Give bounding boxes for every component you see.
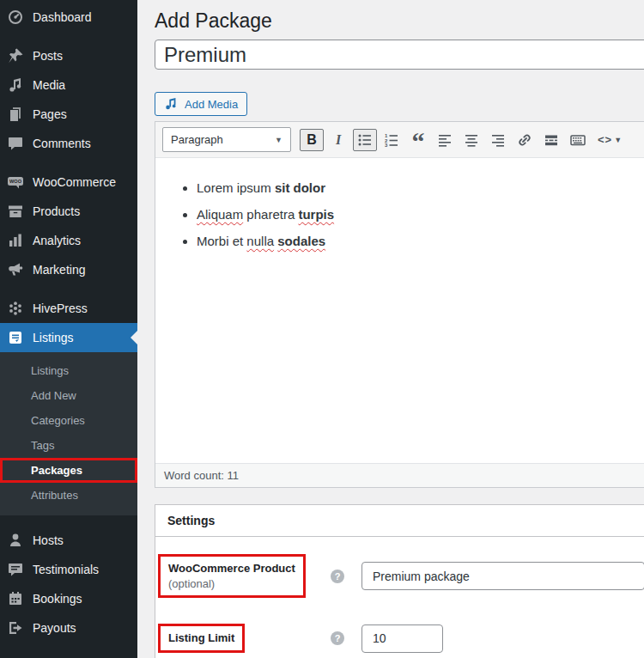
- classic-editor: Paragraph ▼ B I 123: [155, 121, 644, 488]
- help-icon[interactable]: [331, 570, 344, 583]
- megaphone-icon: [7, 261, 24, 278]
- chevron-down-icon: ▼: [614, 136, 622, 144]
- italic-button[interactable]: I: [326, 129, 350, 151]
- field-label: WooCommerce Product: [168, 561, 295, 576]
- woocommerce-product-row: WooCommerce Product (optional): [167, 554, 644, 598]
- field-label: Listing Limit: [168, 631, 234, 646]
- pages-icon: [7, 106, 24, 123]
- bulleted-list-button[interactable]: [353, 129, 377, 151]
- page-title: Add Package: [155, 0, 644, 34]
- settings-title: Settings: [167, 514, 215, 527]
- text-segment: Lorem ipsum: [197, 180, 275, 195]
- text-segment-bold: sit dolor: [275, 180, 325, 195]
- sidebar-item-marketing[interactable]: Marketing: [0, 255, 137, 284]
- sidebar-item-products[interactable]: Products: [0, 197, 137, 226]
- read-more-tag-button[interactable]: [539, 129, 563, 151]
- sidebar-item-hivepress[interactable]: HivePress: [0, 294, 137, 323]
- pushpin-icon: [7, 47, 24, 64]
- annotation-box-listing-limit: Listing Limit: [158, 624, 245, 653]
- text-segment-bold-misspelled: sodales: [277, 234, 325, 248]
- sidebar-item-label: HivePress: [33, 302, 88, 315]
- submenu-item-listings[interactable]: Listings: [0, 358, 137, 383]
- sidebar-item-label: Marketing: [33, 263, 85, 277]
- calendar-icon: [7, 590, 24, 607]
- submenu-item-add-new[interactable]: Add New: [0, 383, 137, 408]
- numbered-list-button[interactable]: 123: [380, 129, 404, 151]
- woocommerce-icon: WOO: [7, 174, 24, 191]
- align-center-icon: [463, 131, 480, 149]
- sidebar-item-label: Media: [33, 78, 65, 92]
- listings-icon: [7, 329, 24, 346]
- field-label-column: WooCommerce Product (optional): [167, 554, 331, 598]
- align-left-button[interactable]: [433, 129, 457, 151]
- submenu-item-tags[interactable]: Tags: [0, 433, 137, 458]
- align-center-button[interactable]: [459, 129, 483, 151]
- sidebar-item-listings[interactable]: Listings: [0, 323, 137, 352]
- sidebar-item-testimonials[interactable]: Testimonials: [0, 555, 137, 584]
- listing-limit-row: Listing Limit: [167, 624, 644, 653]
- field-label-column: Listing Limit: [167, 624, 331, 653]
- annotation-box-woocommerce-product: WooCommerce Product (optional): [158, 554, 306, 598]
- sidebar-item-bookings[interactable]: Bookings: [0, 584, 137, 613]
- numbered-list-icon: 123: [383, 131, 400, 149]
- submenu-item-attributes[interactable]: Attributes: [0, 483, 137, 508]
- sidebar-item-label: Products: [33, 204, 80, 218]
- sidebar-item-label: Analytics: [33, 234, 81, 247]
- sidebar-item-posts[interactable]: Posts: [0, 41, 137, 70]
- sidebar-item-label: Posts: [33, 49, 63, 63]
- list-item: Lorem ipsum sit dolor: [197, 180, 644, 195]
- svg-text:WOO: WOO: [9, 179, 22, 184]
- bold-button[interactable]: B: [300, 129, 324, 151]
- listing-limit-input[interactable]: [361, 624, 443, 653]
- text-segment-misspelled: nulla: [246, 234, 274, 248]
- package-title-input[interactable]: [155, 40, 644, 70]
- paragraph-format-dropdown[interactable]: Paragraph ▼: [162, 127, 291, 152]
- italic-icon: I: [336, 132, 341, 148]
- insert-link-button[interactable]: [513, 129, 537, 151]
- sidebar-item-label: Payouts: [33, 621, 76, 635]
- bulleted-list-icon: [356, 131, 374, 149]
- admin-sidebar: Dashboard Posts Media Pages Comments: [0, 0, 137, 658]
- sidebar-item-payouts[interactable]: Payouts: [0, 613, 137, 643]
- chat-icon: [7, 561, 24, 578]
- sidebar-item-label: WooCommerce: [33, 175, 116, 189]
- dashboard-icon: [7, 9, 24, 26]
- code-icon: <>: [598, 133, 612, 146]
- keyboard-shortcuts-button[interactable]: [566, 129, 590, 151]
- add-media-icon: [164, 97, 179, 111]
- settings-metabox-header[interactable]: Settings: [155, 505, 644, 537]
- align-right-button[interactable]: [486, 129, 510, 151]
- add-media-button[interactable]: Add Media: [155, 92, 247, 116]
- sidebar-item-media[interactable]: Media: [0, 70, 137, 100]
- sidebar-item-label: Comments: [33, 137, 91, 150]
- sidebar-item-dashboard[interactable]: Dashboard: [0, 3, 137, 32]
- editor-toolbar: Paragraph ▼ B I 123: [155, 122, 644, 158]
- archive-box-icon: [7, 203, 24, 220]
- submenu-item-packages[interactable]: Packages: [0, 458, 137, 483]
- person-icon: [7, 532, 24, 549]
- bar-chart-icon: [7, 232, 24, 249]
- help-icon[interactable]: [331, 631, 344, 645]
- text-segment-bold-misspelled: turpis: [298, 207, 334, 222]
- code-dropdown-button[interactable]: <> ▼: [592, 129, 627, 151]
- link-icon: [516, 131, 533, 149]
- sidebar-item-analytics[interactable]: Analytics: [0, 226, 137, 255]
- read-more-tag-icon: [543, 131, 560, 149]
- sidebar-item-label: Testimonials: [33, 563, 99, 576]
- blockquote-button[interactable]: [406, 129, 430, 151]
- woocommerce-product-input[interactable]: [361, 562, 644, 590]
- sidebar-item-label: Bookings: [33, 592, 82, 606]
- sidebar-item-label: Listings: [33, 331, 73, 344]
- blockquote-icon: [412, 131, 425, 148]
- editor-content-area[interactable]: Lorem ipsum sit dolor Aliquam pharetra t…: [155, 158, 644, 463]
- sidebar-item-hosts[interactable]: Hosts: [0, 526, 137, 555]
- text-segment: Morbi et: [197, 234, 246, 248]
- align-left-icon: [436, 131, 453, 149]
- sidebar-item-label: Hosts: [33, 533, 64, 547]
- submenu-item-categories[interactable]: Categories: [0, 408, 137, 433]
- sidebar-item-pages[interactable]: Pages: [0, 100, 137, 129]
- keyboard-icon: [569, 131, 586, 149]
- sidebar-item-woocommerce[interactable]: WOO WooCommerce: [0, 168, 137, 197]
- sidebar-item-comments[interactable]: Comments: [0, 129, 137, 158]
- align-right-icon: [489, 131, 507, 149]
